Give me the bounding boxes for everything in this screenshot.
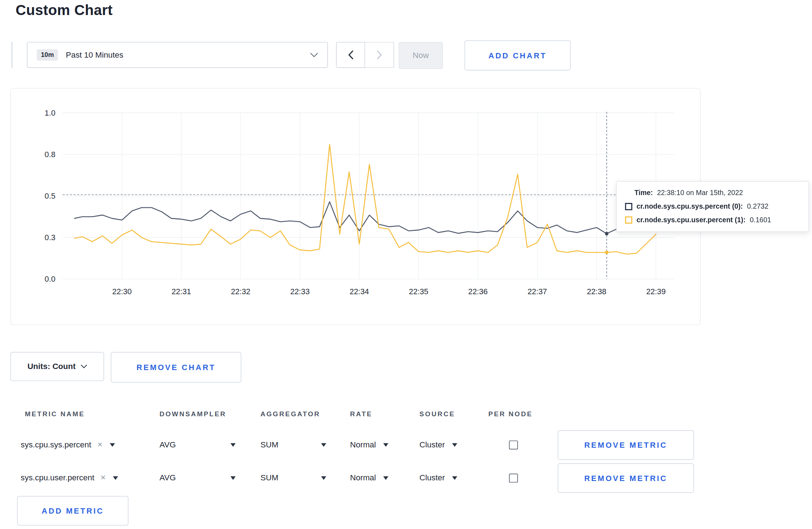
caret-down-icon [452, 443, 457, 446]
caret-down-icon [452, 476, 457, 480]
svg-text:0.5: 0.5 [45, 191, 55, 200]
chevron-down-icon [81, 364, 87, 369]
col-aggregator: AGGREGATOR [261, 400, 320, 428]
caret-down-icon [110, 443, 115, 446]
remove-chart-button[interactable]: REMOVE CHART [111, 352, 242, 383]
tooltip-series-value: 0.1601 [750, 216, 771, 224]
rate-select[interactable]: Normal [350, 461, 388, 495]
time-range-label: Past 10 Minutes [66, 50, 124, 59]
col-rate: RATE [350, 400, 373, 428]
caret-down-icon [231, 476, 236, 480]
time-range-select[interactable]: 10m Past 10 Minutes [27, 42, 328, 68]
col-downsampler: DOWNSAMPLER [160, 400, 226, 428]
caret-down-icon [113, 476, 118, 480]
tooltip-time-label: Time: [634, 189, 653, 197]
svg-text:22:39: 22:39 [646, 287, 666, 296]
now-button-label: Now [413, 51, 429, 60]
add-metric-button[interactable]: ADD METRIC [17, 496, 129, 525]
remove-metric-button[interactable]: REMOVE METRIC [558, 464, 694, 493]
downsampler-caret[interactable] [231, 428, 236, 461]
downsampler-caret[interactable] [231, 461, 236, 495]
svg-text:1.0: 1.0 [45, 108, 55, 117]
svg-text:22:31: 22:31 [171, 287, 191, 296]
tooltip-time-value: 22:38:10 on Mar 15th, 2022 [657, 189, 743, 197]
aggregator-caret[interactable] [321, 461, 326, 495]
toolbar-divider [11, 42, 13, 68]
caret-down-icon [321, 476, 326, 480]
caret-down-icon [321, 443, 326, 446]
add-chart-button[interactable]: ADD CHART [464, 40, 571, 71]
source-value: Cluster [420, 440, 445, 449]
prev-interval-button[interactable] [336, 42, 365, 68]
add-chart-label: ADD CHART [488, 51, 547, 60]
col-per-node: PER NODE [488, 400, 533, 428]
next-interval-button[interactable] [365, 42, 394, 68]
metric-row: sys.cpu.user.percent × AVG SUM Normal Cl… [10, 461, 700, 495]
svg-text:0.3: 0.3 [45, 233, 55, 242]
aggregator-value: SUM [261, 440, 279, 449]
svg-text:0.0: 0.0 [45, 275, 55, 283]
per-node-cell [509, 428, 518, 461]
custom-chart-page: Custom Chart 10m Past 10 Minutes Now ADD… [0, 0, 812, 529]
chevron-left-icon [348, 50, 353, 59]
chevron-down-icon [310, 53, 318, 57]
svg-text:22:33: 22:33 [290, 287, 310, 296]
downsampler-value: AVG [160, 440, 176, 449]
aggregator-select[interactable]: SUM [261, 461, 279, 495]
tooltip-series-name: cr.node.sys.cpu.sys.percent (0): [637, 203, 743, 210]
clear-metric-icon[interactable]: × [101, 473, 106, 483]
metric-name-select[interactable]: sys.cpu.sys.percent × [21, 428, 115, 461]
metric-row: sys.cpu.sys.percent × AVG SUM Normal Clu… [10, 428, 700, 461]
col-source: SOURCE [420, 400, 455, 428]
svg-text:22:38: 22:38 [587, 287, 606, 296]
metric-name-select[interactable]: sys.cpu.user.percent × [21, 461, 118, 495]
remove-metric-button[interactable]: REMOVE METRIC [558, 430, 694, 460]
source-value: Cluster [420, 473, 445, 482]
series-sys-swatch-icon [625, 203, 632, 210]
downsampler-select[interactable]: AVG [160, 461, 176, 495]
clear-metric-icon[interactable]: × [97, 440, 102, 450]
rate-value: Normal [350, 440, 376, 449]
source-select[interactable]: Cluster [420, 461, 458, 495]
downsampler-select[interactable]: AVG [160, 428, 176, 461]
chart-tooltip: Time: 22:38:10 on Mar 15th, 2022 cr.node… [616, 181, 809, 232]
chart-svg[interactable]: 0.00.30.50.81.022:3022:3122:3222:3322:34… [11, 88, 699, 324]
per-node-checkbox[interactable] [509, 474, 518, 482]
metrics-table-header: METRIC NAME DOWNSAMPLER AGGREGATOR RATE … [10, 400, 700, 428]
source-select[interactable]: Cluster [420, 428, 458, 461]
per-node-checkbox[interactable] [509, 440, 518, 449]
aggregator-select[interactable]: SUM [261, 428, 279, 461]
remove-chart-label: REMOVE CHART [136, 363, 216, 372]
rate-value: Normal [350, 473, 376, 482]
units-label: Units: Count [28, 362, 76, 371]
tooltip-series-name: cr.node.sys.cpu.user.percent (1): [637, 216, 746, 224]
add-metric-label: ADD METRIC [42, 506, 104, 515]
series-user-swatch-icon [625, 216, 632, 223]
svg-text:22:30: 22:30 [112, 287, 132, 296]
chevron-right-icon [377, 50, 382, 59]
time-range-badge: 10m [37, 49, 58, 60]
aggregator-value: SUM [261, 473, 279, 482]
caret-down-icon [383, 443, 388, 446]
units-select[interactable]: Units: Count [10, 352, 104, 381]
time-pager [336, 42, 394, 68]
per-node-cell [509, 461, 518, 495]
rate-select[interactable]: Normal [350, 428, 388, 461]
svg-text:22:32: 22:32 [231, 287, 250, 296]
svg-text:22:34: 22:34 [349, 287, 369, 296]
caret-down-icon [231, 443, 236, 446]
svg-text:22:36: 22:36 [468, 287, 488, 296]
chart-card: 0.00.30.50.81.022:3022:3122:3222:3322:34… [10, 88, 701, 325]
caret-down-icon [383, 476, 388, 480]
remove-metric-label: REMOVE METRIC [584, 441, 667, 450]
now-button[interactable]: Now [399, 42, 443, 69]
aggregator-caret[interactable] [321, 428, 326, 461]
page-title: Custom Chart [15, 2, 112, 19]
svg-text:22:35: 22:35 [409, 287, 428, 296]
remove-metric-label: REMOVE METRIC [584, 474, 667, 482]
metric-name-value: sys.cpu.sys.percent [21, 440, 91, 449]
col-metric-name: METRIC NAME [25, 400, 85, 428]
svg-text:0.8: 0.8 [45, 150, 55, 159]
metric-name-value: sys.cpu.user.percent [21, 473, 95, 482]
downsampler-value: AVG [160, 473, 176, 482]
